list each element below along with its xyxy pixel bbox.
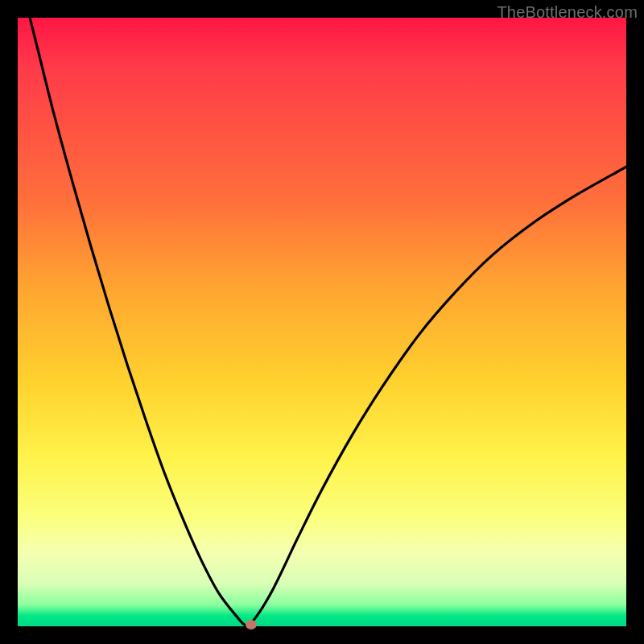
bottleneck-curve <box>18 18 626 626</box>
chart-frame: TheBottleneck.com <box>0 0 644 644</box>
min-marker <box>246 620 257 630</box>
plot-area <box>18 18 626 626</box>
curve-path <box>18 0 626 625</box>
watermark-text: TheBottleneck.com <box>497 3 638 22</box>
